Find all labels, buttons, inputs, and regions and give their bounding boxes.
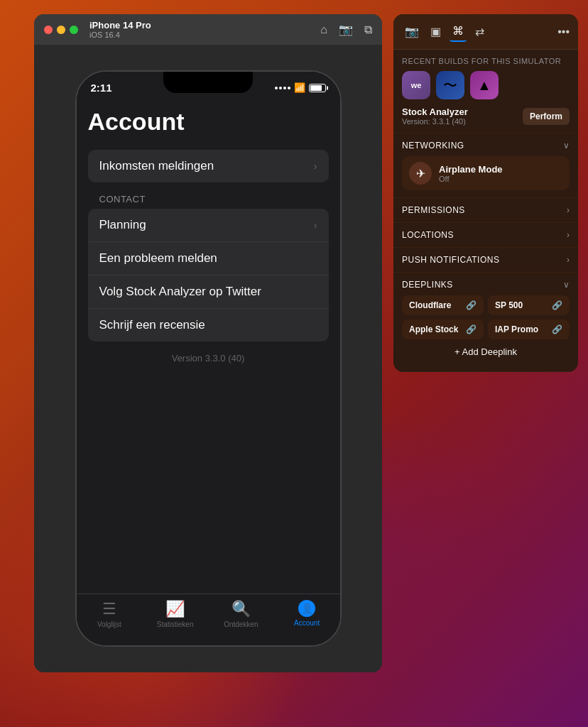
networking-row: NETWORKING ∨ <box>402 141 570 151</box>
chevron-right-icon-perm: › <box>567 205 570 215</box>
tab-account[interactable]: 👤 Account <box>274 600 340 628</box>
ios-version: iOS 16.4 <box>89 31 151 39</box>
deeplinks-header[interactable]: DEEPLINKS ∨ <box>402 280 570 290</box>
contact-label: CONTACT <box>88 194 329 204</box>
app-icon-tri[interactable]: ▲ <box>470 71 499 99</box>
more-toolbar-icon[interactable]: ••• <box>557 26 570 38</box>
signal-dot-1 <box>275 87 278 89</box>
deeplink-cloudflare[interactable]: Cloudflare 🔗 <box>402 295 484 315</box>
notch <box>163 72 253 93</box>
permissions-title: PERMISSIONS <box>402 205 465 215</box>
search-icon: 🔍 <box>232 600 251 618</box>
planning-label: Planning <box>99 218 146 232</box>
networking-section[interactable]: NETWORKING ∨ ✈ Airplane Mode Off <box>393 133 578 198</box>
copy-icon[interactable]: ⧉ <box>364 23 372 36</box>
airplane-mode-row: ✈ Airplane Mode Off <box>402 156 570 190</box>
twitter-label: Volg Stock Analyzer op Twitter <box>99 285 261 299</box>
we-text: we <box>411 81 422 89</box>
push-notifications-section[interactable]: PUSH NOTIFICATIONS › <box>393 248 578 273</box>
signal-dot-2 <box>279 87 282 89</box>
battery-fill <box>310 85 322 91</box>
chevron-down-icon: ∨ <box>563 141 570 151</box>
app-icon-we[interactable]: we <box>402 71 430 99</box>
camera-toolbar-icon[interactable]: 📷 <box>402 22 422 41</box>
twitter-item[interactable]: Volg Stock Analyzer op Twitter <box>88 275 329 309</box>
iphone-body: 2:11 📶 <box>75 70 342 647</box>
inkomsten-section: Inkomsten meldingen › <box>88 150 329 182</box>
link-icon-cloudflare: 🔗 <box>466 300 477 310</box>
build-version: Version: 3.3.1 (40) <box>402 117 468 126</box>
locations-section[interactable]: LOCATIONS › <box>393 223 578 248</box>
add-deeplink-button[interactable]: + Add Deeplink <box>402 339 570 364</box>
app-icon-wave[interactable]: 〜 <box>436 71 464 99</box>
inkomsten-meldingen-item[interactable]: Inkomsten meldingen › <box>88 150 329 182</box>
signal-dot-4 <box>288 87 290 89</box>
airplane-status: Off <box>439 175 503 183</box>
airplane-label: Airplane Mode <box>439 164 503 175</box>
locations-row: LOCATIONS › <box>402 230 570 240</box>
close-button[interactable] <box>44 26 53 34</box>
airplane-icon: ✈ <box>409 162 432 185</box>
list-icon: ☰ <box>102 600 116 618</box>
command-toolbar-icon[interactable]: ⌘ <box>450 21 467 42</box>
home-icon[interactable]: ⌂ <box>320 23 327 36</box>
screenshot-icon[interactable]: 📷 <box>339 23 353 36</box>
network-toolbar-icon[interactable]: ⇄ <box>472 22 487 41</box>
status-time: 2:11 <box>91 82 112 94</box>
iap-promo-label: IAP Promo <box>495 324 538 334</box>
device-name: iPhone 14 Pro <box>89 20 151 31</box>
locations-title: LOCATIONS <box>402 230 454 240</box>
wifi-icon: 📶 <box>294 82 305 93</box>
iphone-screen: 2:11 📶 <box>77 72 340 645</box>
deeplink-apple-stock[interactable]: Apple Stock 🔗 <box>402 319 484 339</box>
deeplink-iap-promo[interactable]: IAP Promo 🔗 <box>488 319 570 339</box>
battery-icon <box>309 84 326 92</box>
planning-item[interactable]: Planning › <box>88 209 329 242</box>
account-label: Account <box>294 619 320 627</box>
traffic-lights <box>44 26 78 34</box>
version-text: Version 3.3.0 (40) <box>88 353 329 364</box>
maximize-button[interactable] <box>70 26 78 34</box>
chevron-right-icon: › <box>314 160 317 172</box>
app-content: Account Inkomsten meldingen › CONTACT <box>77 94 340 594</box>
tab-ontdekken[interactable]: 🔍 Ontdekken <box>208 600 274 628</box>
probleem-melden-label: Een probleem melden <box>99 251 217 266</box>
device-info: iPhone 14 Pro iOS 16.4 <box>89 20 151 39</box>
perform-button[interactable]: Perform <box>523 108 570 125</box>
minimize-button[interactable] <box>57 26 65 34</box>
build-info: Stock Analyzer Version: 3.3.1 (40) Perfo… <box>402 106 570 126</box>
page-title: Account <box>88 108 329 136</box>
link-icon-sp500: 🔗 <box>552 300 562 310</box>
sidebar-toolbar-icon[interactable]: ▣ <box>428 22 444 41</box>
networking-title: NETWORKING <box>402 141 464 151</box>
volglijst-label: Volglijst <box>97 621 121 628</box>
permissions-section[interactable]: PERMISSIONS › <box>393 198 578 223</box>
chart-icon: 📈 <box>165 600 185 618</box>
deeplink-sp500[interactable]: SP 500 🔗 <box>488 295 570 315</box>
signal-dots <box>275 87 290 89</box>
link-icon-apple: 🔗 <box>466 324 477 334</box>
push-notifications-row: PUSH NOTIFICATIONS › <box>402 255 570 265</box>
sp500-label: SP 500 <box>495 300 523 310</box>
permissions-row: PERMISSIONS › <box>402 205 570 215</box>
tab-statistieken[interactable]: 📈 Statistieken <box>142 600 208 628</box>
push-notifications-title: PUSH NOTIFICATIONS <box>402 255 499 265</box>
recent-builds-title: Recent builds for this Simulator <box>402 57 570 65</box>
chevron-right-icon-push: › <box>567 255 570 265</box>
recensie-item[interactable]: Schrijf een recensie <box>88 309 329 341</box>
deeplinks-section: DEEPLINKS ∨ Cloudflare 🔗 SP 500 🔗 Apple … <box>393 273 578 372</box>
simulator-titlebar: iPhone 14 Pro iOS 16.4 ⌂ 📷 ⧉ <box>34 14 382 45</box>
tri-icon: ▲ <box>477 77 491 94</box>
signal-dot-3 <box>283 87 286 89</box>
tab-volglijst[interactable]: ☰ Volglijst <box>77 600 143 628</box>
chevron-right-icon-loc: › <box>567 230 570 240</box>
recensie-label: Schrijf een recensie <box>99 318 205 332</box>
tab-bar: ☰ Volglijst 📈 Statistieken 🔍 Ontdekken 👤 <box>77 594 340 645</box>
ontdekken-label: Ontdekken <box>224 621 258 628</box>
probleem-melden-item[interactable]: Een probleem melden <box>88 242 329 275</box>
simulator-window: iPhone 14 Pro iOS 16.4 ⌂ 📷 ⧉ 2:11 <box>34 14 382 672</box>
contact-section: CONTACT Planning › Een probleem melden V… <box>88 194 329 341</box>
cloudflare-label: Cloudflare <box>409 300 451 310</box>
person-icon: 👤 <box>301 603 313 614</box>
chevron-right-icon: › <box>314 219 317 231</box>
